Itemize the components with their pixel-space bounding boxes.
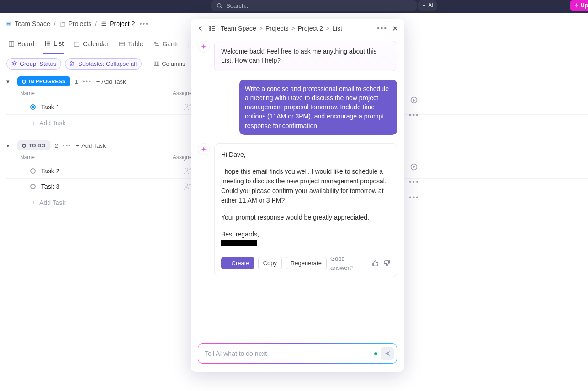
col-name-header: Name xyxy=(20,90,173,96)
task-status-icon[interactable] xyxy=(30,168,36,174)
create-button[interactable]: +Create xyxy=(221,257,254,269)
stack-icon xyxy=(11,61,17,67)
bot-message: Welcome back! Feel free to ask me anythi… xyxy=(198,41,397,71)
upgrade-button[interactable]: ✧ Up xyxy=(570,0,588,11)
columns-label: Columns xyxy=(162,60,185,67)
top-ai-label: AI xyxy=(428,2,433,9)
row-more-icon[interactable]: ••• xyxy=(409,178,419,186)
ai-text-input[interactable] xyxy=(205,350,371,357)
ai-input[interactable] xyxy=(198,343,397,364)
tab-board[interactable]: Board xyxy=(7,40,35,53)
upgrade-label: Up xyxy=(581,2,588,9)
user-message: Write a concise and professional email t… xyxy=(239,80,397,135)
svg-rect-16 xyxy=(74,42,79,47)
svg-line-1 xyxy=(221,6,222,8)
svg-rect-27 xyxy=(154,62,159,65)
ai-crumb: Project 2 xyxy=(298,25,323,32)
plus-icon: + xyxy=(226,260,230,267)
table-icon xyxy=(119,41,125,47)
upgrade-icon: ✧ xyxy=(574,2,579,9)
svg-point-10 xyxy=(45,42,46,43)
reply-closing: Your prompt response would be greatly ap… xyxy=(221,213,390,222)
status-badge-to-do[interactable]: TO DO xyxy=(17,140,50,150)
thumbs-down-icon[interactable] xyxy=(383,260,390,267)
ai-breadcrumb[interactable]: Team Space> Projects> Project 2> List xyxy=(221,25,372,32)
task-status-icon[interactable] xyxy=(30,104,36,110)
status-dot-icon xyxy=(22,80,26,84)
add-task-label: Add Task xyxy=(39,119,65,127)
svg-marker-24 xyxy=(12,62,17,64)
add-task-button[interactable]: +Add Task xyxy=(96,78,126,85)
create-label: Create xyxy=(232,260,249,267)
row-more-icon[interactable]: ••• xyxy=(409,111,419,119)
svg-marker-55 xyxy=(201,146,207,152)
list-icon xyxy=(209,25,216,32)
send-button[interactable] xyxy=(381,347,394,360)
tab-label: Calendar xyxy=(83,40,109,48)
status-dot-icon xyxy=(22,144,26,148)
list-icon xyxy=(44,40,51,47)
add-column-icon[interactable] xyxy=(410,96,418,104)
crumb-teamspace[interactable]: Team Space xyxy=(5,20,50,27)
crumb-label: Project 2 xyxy=(110,20,135,27)
tab-table[interactable]: Table xyxy=(118,40,144,53)
crumb-projects[interactable]: Projects xyxy=(59,20,92,27)
back-icon[interactable] xyxy=(197,25,204,32)
subtasks-pill[interactable]: Subtasks: Collapse all xyxy=(65,58,142,70)
sparkle-icon: ✦ xyxy=(422,2,426,9)
panel-more-icon[interactable]: ••• xyxy=(377,24,387,32)
ai-input-wrap xyxy=(191,337,404,372)
group-more-icon[interactable]: ••• xyxy=(83,78,92,85)
task-name: Task 3 xyxy=(41,183,183,190)
plus-icon: + xyxy=(96,78,100,85)
ai-panel-header: Team Space> Projects> Project 2> List ••… xyxy=(191,19,404,38)
status-dot-icon xyxy=(374,352,377,355)
feedback-group: Good answer? xyxy=(330,254,390,272)
svg-point-50 xyxy=(210,28,211,29)
tab-label: List xyxy=(53,40,64,47)
collapse-icon[interactable]: ▾ xyxy=(6,78,13,85)
board-icon xyxy=(8,41,15,47)
tab-calendar[interactable]: Calendar xyxy=(73,40,110,53)
plus-icon: + xyxy=(32,199,36,206)
group-pill[interactable]: Group: Status xyxy=(6,58,61,70)
svg-point-3 xyxy=(7,23,9,25)
svg-point-36 xyxy=(185,168,188,171)
regenerate-button[interactable]: Regenerate xyxy=(286,257,327,269)
status-badge-in-progress[interactable]: IN PROGRESS xyxy=(17,76,70,86)
search-input-wrap[interactable]: Search... xyxy=(211,0,417,11)
crumb-more-icon[interactable]: ••• xyxy=(139,20,149,27)
good-answer-label: Good answer? xyxy=(330,254,367,272)
group-more-icon[interactable]: ••• xyxy=(63,142,72,149)
crumb-project2[interactable]: Project 2 xyxy=(101,20,135,27)
add-task-button[interactable]: +Add Task xyxy=(76,142,106,149)
list-icon xyxy=(101,21,107,27)
columns-icon xyxy=(154,61,159,67)
add-column-icon[interactable] xyxy=(410,163,418,171)
bot-reply: Hi Dave, I hope this email finds you wel… xyxy=(198,143,397,277)
collapse-icon[interactable]: ▾ xyxy=(6,142,13,149)
task-name: Task 2 xyxy=(41,167,183,175)
redacted-name xyxy=(221,240,257,246)
copy-button[interactable]: Copy xyxy=(258,257,282,269)
col-name-header: Name xyxy=(20,154,173,161)
svg-point-48 xyxy=(210,26,211,27)
search-placeholder: Search... xyxy=(226,2,250,9)
add-task-label: Add Task xyxy=(39,199,65,206)
top-ai-button[interactable]: ✦ AI xyxy=(418,0,437,11)
svg-point-52 xyxy=(210,30,211,31)
subtasks-label: Subtasks: Collapse all xyxy=(78,60,137,67)
close-icon[interactable]: ✕ xyxy=(392,24,398,33)
top-bar: Search... ✦ AI ✧ Up xyxy=(0,0,588,13)
columns-button[interactable]: Columns xyxy=(149,59,190,69)
folder-icon xyxy=(59,21,66,27)
plus-icon: + xyxy=(32,119,36,127)
row-more-icon[interactable]: ••• xyxy=(409,193,419,202)
tab-gantt[interactable]: Gantt xyxy=(152,40,179,53)
tab-label: Table xyxy=(128,40,143,48)
task-status-icon[interactable] xyxy=(30,184,36,189)
sparkle-icon xyxy=(198,143,210,155)
tab-list[interactable]: List xyxy=(43,40,64,54)
bot-text: Welcome back! Feel free to ask me anythi… xyxy=(214,41,397,71)
thumbs-up-icon[interactable] xyxy=(372,260,379,267)
